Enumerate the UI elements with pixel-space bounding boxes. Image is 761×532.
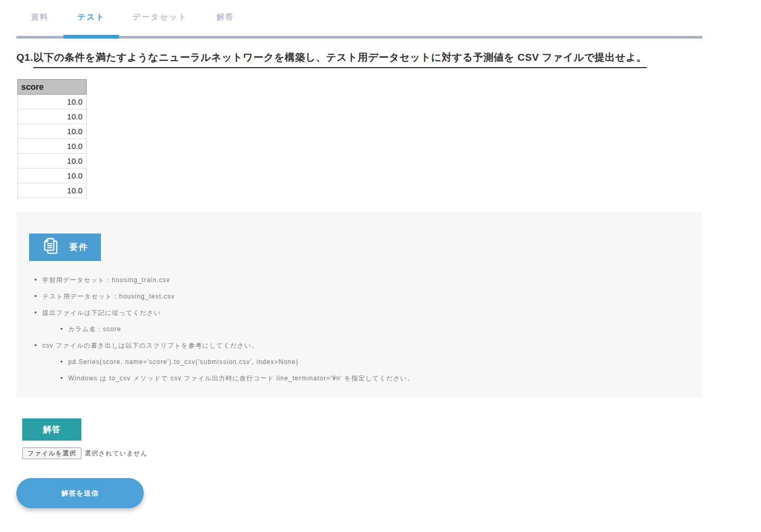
question-number: Q1.	[16, 52, 33, 63]
tab-bar: 資料 テスト データセット 解答	[16, 0, 702, 23]
score-cell: 10.0	[18, 169, 87, 183]
requirements-badge: 要件	[29, 234, 101, 261]
nested-list: pd.Series(score, name='score').to_csv('s…	[55, 359, 702, 381]
score-cell: 10.0	[18, 198, 87, 200]
question-text: 以下の条件を満たすようなニューラルネットワークを構築し、テスト用データセットに対…	[33, 52, 647, 68]
score-column-header: score	[18, 80, 87, 95]
table-row: 10.0	[18, 198, 87, 200]
requirements-badge-label: 要件	[69, 242, 88, 253]
nested-list: カラム名：score	[55, 326, 702, 332]
score-cell: 10.0	[18, 154, 87, 169]
question-title: Q1.以下の条件を満たすようなニューラルネットワークを構築し、テスト用データセッ…	[16, 51, 702, 64]
score-cell: 10.0	[18, 124, 87, 139]
table-row: 10.0	[18, 109, 87, 124]
tab-dataset[interactable]: データセット	[119, 11, 201, 23]
table-row: 10.0	[18, 154, 87, 169]
list-item: csv ファイルの書き出しは以下のスクリプトを参考にしてください。 pd.Ser…	[29, 342, 702, 381]
table-row: 10.0	[18, 169, 87, 183]
score-cell: 10.0	[18, 139, 87, 154]
list-item: Windows は to_csv メソッドで csv ファイル出力時に改行コード…	[55, 375, 702, 381]
quiz-page: 資料 テスト データセット 解答 Q1.以下の条件を満たすようなニューラルネット…	[0, 0, 761, 532]
list-item: 学習用データセット：housing_train.csv	[29, 277, 702, 283]
tab-materials[interactable]: 資料	[16, 11, 63, 23]
content-area: 資料 テスト データセット 解答 Q1.以下の条件を満たすようなニューラルネット…	[16, 0, 702, 508]
requirements-panel: 要件 学習用データセット：housing_train.csv テスト用データセッ…	[16, 212, 702, 397]
table-row: 10.0	[18, 124, 87, 139]
table-row: 10.0	[18, 95, 87, 109]
tab-test[interactable]: テスト	[63, 11, 119, 23]
tab-answer[interactable]: 解答	[201, 11, 250, 23]
table-row: 10.0	[18, 183, 87, 198]
documents-icon	[41, 236, 61, 258]
answer-section-header: 解答	[22, 418, 81, 441]
submit-answer-button[interactable]: 解答を送信	[16, 478, 144, 508]
score-table-container: score 10.0 10.0 10.0 10.0 10.0 10.0 10.0…	[17, 79, 91, 199]
score-cell: 10.0	[18, 95, 87, 109]
tab-underline-track	[16, 36, 702, 39]
choose-file-button[interactable]: ファイルを選択	[22, 447, 81, 459]
score-cell: 10.0	[18, 109, 87, 124]
list-item: カラム名：score	[55, 326, 702, 332]
file-input: ファイルを選択 選択されていません	[22, 447, 702, 459]
table-row: 10.0	[18, 139, 87, 154]
file-status-text: 選択されていません	[85, 449, 147, 458]
list-item-text: csv ファイルの書き出しは以下のスクリプトを参考にしてください。	[42, 342, 258, 349]
list-item-text: 提出ファイルは下記に従ってください	[42, 309, 161, 316]
list-item: pd.Series(score, name='score').to_csv('s…	[55, 359, 702, 365]
active-tab-indicator	[63, 35, 119, 39]
score-table: score 10.0 10.0 10.0 10.0 10.0 10.0 10.0…	[17, 79, 87, 199]
list-item: 提出ファイルは下記に従ってください カラム名：score	[29, 310, 702, 332]
requirements-list: 学習用データセット：housing_train.csv テスト用データセット：h…	[29, 277, 702, 381]
score-cell: 10.0	[18, 183, 87, 198]
list-item: テスト用データセット：housing_test.csv	[29, 293, 702, 300]
